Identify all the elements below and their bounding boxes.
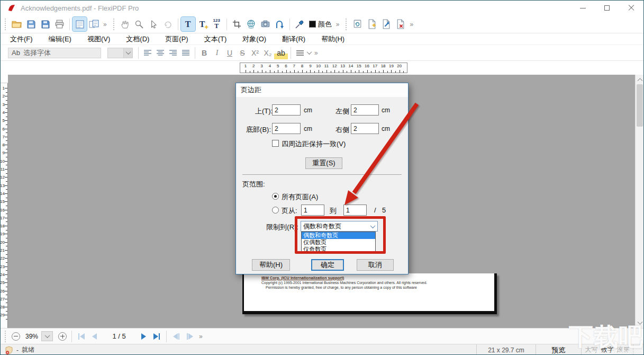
h-ruler-number: 1 <box>242 64 249 68</box>
align-center-button[interactable] <box>154 47 167 59</box>
italic-button[interactable]: I <box>211 47 223 59</box>
ruler-band: 1234567891011121314151617181920 <box>1 61 643 75</box>
scroll-up-button[interactable] <box>636 75 644 84</box>
status-ready: 就绪 <box>22 345 34 354</box>
color-picker[interactable]: 颜色 <box>307 17 334 31</box>
open-button[interactable] <box>10 17 24 31</box>
menu-item-2[interactable]: 视图(V) <box>81 33 116 45</box>
align-left-button[interactable] <box>141 47 154 59</box>
u-turn-arrow-icon <box>275 20 284 29</box>
menu-item-8[interactable]: 帮助(H) <box>315 33 351 45</box>
rotate-view-button[interactable] <box>161 17 175 31</box>
save-as-button[interactable] <box>38 17 52 31</box>
navbar-grip[interactable] <box>5 331 6 342</box>
chevron-down-icon[interactable] <box>307 49 312 55</box>
print-button[interactable] <box>52 17 67 31</box>
previous-page-button[interactable] <box>92 333 97 340</box>
top-margin-input[interactable] <box>272 104 301 116</box>
menu-item-4[interactable]: 页面(P) <box>159 33 194 45</box>
snapshot-button[interactable] <box>258 17 273 31</box>
zoom-out-button[interactable] <box>12 332 20 341</box>
reflow-button[interactable] <box>273 17 287 31</box>
toolbar-overflow-chevron[interactable]: » <box>334 21 342 28</box>
align-right-button[interactable] <box>167 47 179 59</box>
link-tool-button[interactable] <box>244 17 258 31</box>
zoom-in-button[interactable] <box>58 332 67 341</box>
h-ruler-number: 2 <box>250 64 257 68</box>
v-ruler-number: 15 <box>1 199 5 204</box>
strikethrough-button[interactable]: S <box>236 47 249 59</box>
toolbar-grip[interactable] <box>113 19 115 30</box>
uniform-margins-checkbox[interactable] <box>272 140 279 147</box>
add-page-button[interactable] <box>365 17 379 31</box>
underline-button[interactable]: U <box>223 47 236 59</box>
maximize-button[interactable] <box>595 1 619 15</box>
h-ruler-minor-tick <box>250 71 250 73</box>
view-back-button[interactable] <box>173 333 179 340</box>
menu-item-3[interactable]: 文档(D) <box>120 33 156 45</box>
line-style-button[interactable] <box>294 47 306 59</box>
first-page-button[interactable] <box>78 333 85 340</box>
v-ruler-number: 23 <box>1 264 5 269</box>
paragraph-number-button[interactable]: 123T <box>210 17 224 31</box>
font-selector[interactable]: Ab 选择字体 <box>8 48 101 58</box>
plus-icon-v <box>62 334 63 339</box>
scroll-down-button[interactable] <box>636 319 644 328</box>
vertical-scrollbar[interactable] <box>635 75 643 328</box>
minimize-button[interactable] <box>570 1 595 15</box>
last-page-button[interactable] <box>153 333 160 340</box>
v-ruler-tick <box>5 153 7 153</box>
align-justify-button[interactable] <box>179 47 192 59</box>
menu-item-7[interactable]: 翻译(R) <box>276 33 312 45</box>
highlight-button[interactable]: ab <box>274 47 288 59</box>
select-tool-button[interactable] <box>147 17 161 31</box>
h-ruler-number: 9 <box>307 64 313 68</box>
num-lock-indicator: 数字 <box>601 345 614 354</box>
view-forward-button[interactable] <box>187 333 193 340</box>
edit-text-button[interactable]: T <box>181 17 195 31</box>
size-dropdown-button[interactable] <box>123 48 132 58</box>
eyedropper-button[interactable] <box>293 17 307 31</box>
plus-star-icon: ✚ <box>205 25 208 30</box>
crop-tool-button[interactable] <box>230 17 244 31</box>
close-button[interactable] <box>619 1 643 15</box>
format-overflow-chevron[interactable]: » <box>312 49 320 57</box>
facing-pages-view-button[interactable] <box>87 17 101 31</box>
page-from-radio[interactable] <box>272 207 279 214</box>
toolbar-grip[interactable] <box>346 19 347 30</box>
font-size-combo[interactable] <box>107 48 133 58</box>
rotate-page-button[interactable] <box>350 17 365 31</box>
menu-item-0[interactable]: 文件(F) <box>4 33 39 45</box>
bottom-margin-input[interactable] <box>272 123 301 134</box>
single-page-view-button[interactable] <box>72 17 87 31</box>
save-button[interactable] <box>24 17 38 31</box>
toolbar-overflow-chevron[interactable]: » <box>407 21 415 28</box>
menu-item-5[interactable]: 文本(T) <box>198 33 233 45</box>
preview-mode-button[interactable]: 预览 <box>536 344 581 355</box>
nav-overflow-chevron[interactable]: » <box>197 333 205 340</box>
zoom-combo-button[interactable] <box>41 331 53 341</box>
hand-tool-button[interactable] <box>118 17 132 31</box>
next-page-button[interactable] <box>141 333 146 340</box>
menu-item-6[interactable]: 对象(O) <box>236 33 273 45</box>
help-button[interactable]: 帮助(H) <box>252 259 290 271</box>
delete-page-button[interactable] <box>393 17 407 31</box>
ok-button[interactable]: 确定 <box>311 259 344 271</box>
insert-text-button[interactable]: T✚ <box>195 17 210 31</box>
extract-page-button[interactable] <box>379 17 393 31</box>
from-page-input[interactable] <box>301 205 324 216</box>
superscript-button[interactable]: X² <box>249 47 261 59</box>
scrollbar-thumb[interactable] <box>637 84 643 127</box>
pdf-page[interactable]: IBM Corp. (ICU Internationalization supp… <box>242 273 497 314</box>
menu-item-1[interactable]: 编辑(E) <box>42 33 78 45</box>
cancel-button[interactable]: 取消 <box>357 259 394 271</box>
h-ruler-tick <box>246 70 246 73</box>
bold-button[interactable]: B <box>198 47 211 59</box>
v-ruler-tick <box>5 226 7 226</box>
dialog-title[interactable]: 页边距 <box>236 83 408 97</box>
zoom-tool-button[interactable] <box>132 17 147 31</box>
toolbar-grip[interactable] <box>5 19 6 30</box>
subscript-button[interactable]: X₂ <box>261 47 274 59</box>
toolbar-overflow-chevron[interactable]: » <box>101 21 109 28</box>
all-pages-radio[interactable] <box>272 193 279 200</box>
